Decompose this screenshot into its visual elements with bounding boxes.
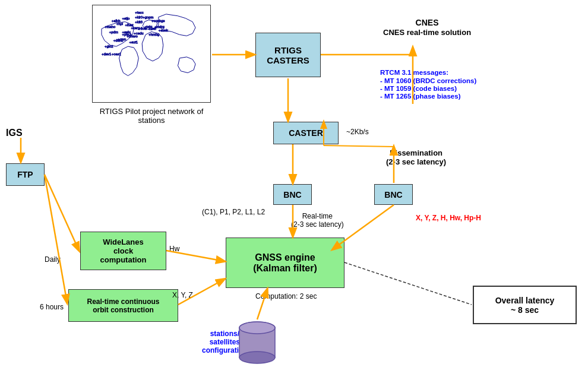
orbit-box: Real-time continuous orbit construction xyxy=(68,289,178,322)
realtime-latency-label: Real-time(2-3 sec latency) xyxy=(291,212,344,229)
daily-label: Daily xyxy=(45,255,61,264)
svg-text:+gio2: +gio2 xyxy=(105,45,113,48)
c1-p1-label: (C1), P1, P2, L1, L2 xyxy=(202,208,265,216)
six-hours-label: 6 hours xyxy=(40,303,64,311)
svg-text:+pdm: +pdm xyxy=(109,30,118,34)
svg-text:+sut1: +sut1 xyxy=(129,40,138,44)
cnes-label: CNESCNES real-time solution xyxy=(383,18,471,37)
map-box: +maho +albh +stjo +kir0 +hpl +pdm +lhaz … xyxy=(92,5,211,103)
widelanes-box: WideLanes clock computation xyxy=(80,232,166,270)
svg-text:+auck: +auck xyxy=(159,29,168,32)
svg-text:+mdrg: +mdrg xyxy=(154,25,165,29)
svg-text:+dund: +dund xyxy=(113,39,124,42)
bnc-left-box: BNC xyxy=(273,184,312,205)
ftp-box: FTP xyxy=(6,163,45,186)
gnss-engine-box: GNSS engine (Kalman filter) xyxy=(226,238,344,288)
svg-text:+conbgs: +conbgs xyxy=(151,19,165,23)
xyz-hw-hp-label: X, Y, Z, H, Hw, Hp-H xyxy=(416,214,481,222)
svg-text:+hmbg: +hmbg xyxy=(148,33,159,36)
bnc-right-box: BNC xyxy=(374,184,413,205)
rtigs-pilot-label: RTIGS Pilot project network of stations xyxy=(92,107,211,125)
svg-text:+hpl: +hpl xyxy=(116,22,123,26)
hw-label: Hw xyxy=(169,245,179,253)
svg-text:+dav1: +dav1 xyxy=(102,52,111,56)
svg-text:+cedu: +cedu xyxy=(134,31,143,35)
dissemination-label: Dissemination(2-3 sec latency) xyxy=(386,148,446,166)
svg-text:+maho: +maho xyxy=(105,25,116,29)
svg-point-31 xyxy=(239,352,275,363)
rtigs-casters-box: RTIGS CASTERS xyxy=(255,33,321,77)
database-shape xyxy=(236,321,278,365)
rtcm-list: RTCM 3.1 messages: - MT 1060 (BRDC corre… xyxy=(380,68,476,100)
overall-latency-box: Overall latency ~ 8 sec xyxy=(473,286,577,324)
diagram: +maho +albh +stjo +kir0 +hpl +pdm +lhaz … xyxy=(0,0,588,383)
svg-text:+kit3: +kit3 xyxy=(135,20,143,24)
svg-point-32 xyxy=(239,322,275,334)
svg-line-39 xyxy=(324,145,394,147)
svg-text:+kir0: +kir0 xyxy=(135,15,143,19)
svg-text:+stjo: +stjo xyxy=(122,17,130,20)
svg-text:+cas1: +cas1 xyxy=(112,52,121,56)
xyz-label: X, Y, Z xyxy=(172,291,193,299)
svg-line-47 xyxy=(344,262,472,305)
svg-line-35 xyxy=(45,175,67,303)
svg-line-34 xyxy=(45,175,79,251)
bandwidth-label: ~2Kb/s xyxy=(346,128,369,136)
computation-label: Computation: 2 sec xyxy=(255,292,317,300)
svg-text:+tacc: +tacc xyxy=(135,11,143,14)
igs-label: IGS xyxy=(6,128,23,138)
caster-box: CASTER xyxy=(273,122,339,144)
svg-text:+pts.b: +pts.b xyxy=(122,33,132,36)
